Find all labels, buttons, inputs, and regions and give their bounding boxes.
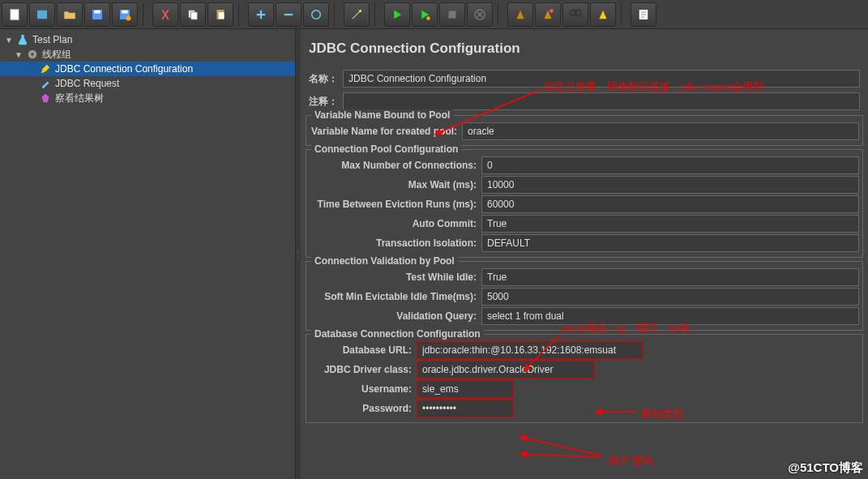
name-field[interactable] [343, 70, 860, 88]
tree-root[interactable]: ▼ Test Plan [0, 32, 295, 47]
expand-icon[interactable] [248, 2, 274, 27]
clear-icon[interactable] [507, 2, 533, 27]
main-toolbar [0, 0, 868, 29]
cut-icon[interactable] [152, 2, 178, 27]
save-as-icon[interactable] [112, 2, 138, 27]
tree-panel: ▼ Test Plan ▼ 线程组 JDBC Connection Config… [0, 29, 296, 479]
templates-icon[interactable] [29, 2, 55, 27]
maxconn-label: Max Number of Connections: [311, 160, 481, 171]
driver-class-field[interactable] [417, 361, 595, 378]
tree-jdbc-config[interactable]: JDBC Connection Configuration [0, 62, 295, 76]
collapse-icon[interactable] [276, 2, 301, 27]
pencil-icon [39, 62, 52, 75]
reset-search-icon[interactable] [590, 2, 616, 27]
password-field[interactable] [417, 400, 514, 417]
function-helper-icon[interactable] [631, 2, 656, 27]
flask-icon [16, 33, 29, 46]
save-icon[interactable] [84, 2, 110, 27]
watermark: @51CTO博客 [788, 460, 863, 476]
iso-label: Transaction Isolation: [311, 237, 481, 249]
group-legend: Database Connection Configuration [311, 328, 484, 340]
run-no-pause-icon[interactable] [412, 2, 438, 27]
database-url-field[interactable] [417, 341, 644, 359]
config-panel: JDBC Connection Configuration 名称： 注释： Va… [301, 29, 868, 479]
tree-results-icon [39, 92, 52, 105]
annotation-userpass: 用户 密码 [609, 454, 653, 468]
username-field[interactable] [417, 380, 514, 398]
user-label: Username: [311, 383, 417, 395]
tree-label: JDBC Connection Configuration [55, 63, 193, 75]
max-connections-field[interactable] [481, 156, 859, 174]
chevron-down-icon[interactable]: ▼ [5, 36, 13, 45]
group-legend: Variable Name Bound to Pool [311, 109, 453, 121]
auto-label: Auto Commit: [311, 218, 481, 229]
panel-title: JDBC Connection Configuration [301, 29, 868, 68]
pipette-icon [39, 77, 52, 90]
clear-all-icon[interactable] [535, 2, 561, 27]
svg-line-25 [520, 437, 601, 455]
validation-group: Connection Validation by Pool Test While… [306, 261, 863, 331]
svg-point-12 [359, 10, 361, 12]
variable-pool-group: Variable Name Bound to Pool Variable Nam… [306, 115, 863, 146]
toggle-icon[interactable] [303, 2, 329, 27]
url-label: Database URL: [311, 344, 417, 356]
softmin-label: Soft Min Evictable Idle Time(ms): [311, 291, 481, 302]
run-icon[interactable] [384, 2, 410, 27]
copy-icon[interactable] [180, 2, 206, 27]
svg-rect-1 [37, 10, 47, 19]
pool-config-group: Connection Pool Configuration Max Number… [306, 149, 863, 258]
svg-point-6 [126, 15, 131, 20]
validation-query-field[interactable] [481, 307, 859, 325]
test-idle-field[interactable] [481, 268, 859, 286]
svg-point-18 [575, 10, 581, 16]
variable-name-field[interactable] [462, 122, 859, 140]
svg-rect-8 [191, 12, 198, 19]
svg-rect-10 [219, 12, 224, 19]
db-config-group: Database Connection Configuration Databa… [306, 334, 863, 423]
svg-rect-14 [449, 11, 456, 18]
chevron-down-icon[interactable]: ▼ [15, 50, 23, 59]
time-label: Time Between Eviction Runs (ms): [311, 199, 481, 210]
query-label: Validation Query: [311, 310, 481, 322]
max-wait-field[interactable] [481, 176, 859, 194]
stop-icon[interactable] [439, 2, 465, 27]
group-legend: Connection Validation by Pool [311, 255, 458, 267]
svg-point-11 [312, 10, 321, 19]
tree-label: Test Plan [32, 34, 72, 45]
tree-label: 察看结果树 [55, 92, 104, 105]
svg-point-13 [426, 16, 430, 20]
search-icon[interactable] [562, 2, 588, 27]
wand-icon[interactable] [344, 2, 370, 27]
drv-label: JDBC Driver class: [311, 364, 417, 375]
eviction-time-field[interactable] [481, 195, 859, 213]
pass-label: Password: [311, 403, 417, 414]
new-icon[interactable] [2, 2, 28, 27]
tree-label: JDBC Request [55, 78, 119, 89]
tree-view-results[interactable]: 察看结果树 [0, 91, 295, 105]
gear-icon [26, 48, 39, 61]
comment-label: 注释： [309, 95, 338, 109]
tree-label: 线程组 [42, 48, 71, 62]
tree-thread-group[interactable]: ▼ 线程组 [0, 47, 295, 62]
shutdown-icon[interactable] [467, 2, 493, 27]
svg-rect-0 [11, 9, 19, 20]
open-icon[interactable] [57, 2, 83, 27]
tree-jdbc-request[interactable]: JDBC Request [0, 76, 295, 91]
svg-point-21 [31, 53, 34, 56]
name-label: 名称： [309, 72, 338, 86]
svg-rect-3 [94, 10, 100, 13]
svg-rect-5 [122, 10, 128, 13]
var-label: Variable Name for created pool: [311, 126, 462, 137]
soft-min-field[interactable] [481, 288, 859, 306]
isolation-field[interactable] [481, 234, 859, 252]
auto-commit-field[interactable] [481, 215, 859, 233]
maxwait-label: Max Wait (ms): [311, 179, 481, 190]
comment-field[interactable] [343, 92, 860, 110]
svg-line-26 [520, 454, 601, 457]
svg-point-16 [549, 9, 554, 13]
group-legend: Connection Pool Configuration [311, 143, 461, 155]
idle-label: Test While Idle: [311, 272, 481, 283]
paste-icon[interactable] [207, 2, 233, 27]
